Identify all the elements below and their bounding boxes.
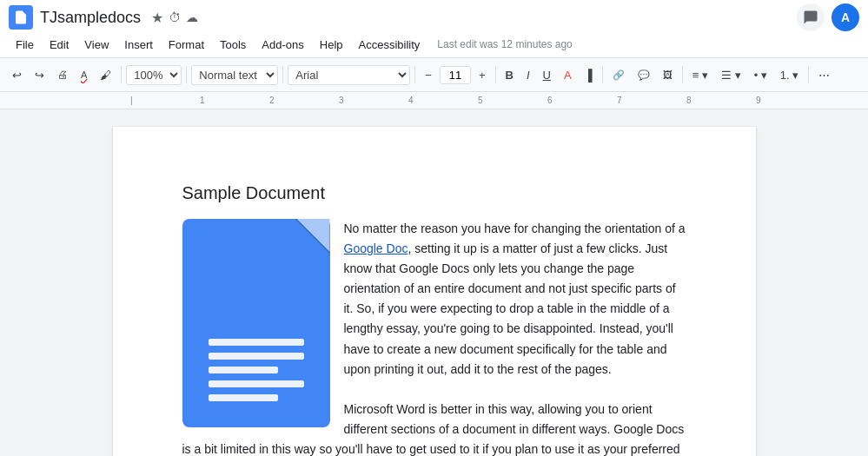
menu-edit[interactable]: Edit [43, 36, 76, 54]
separator-4 [414, 66, 415, 83]
zoom-select[interactable]: 100% 75% 125% 150% [126, 65, 182, 85]
ruler-mark-7: 7 [617, 96, 622, 105]
user-avatar[interactable]: A [832, 3, 859, 31]
separator-3 [282, 66, 283, 83]
last-edit-status: Last edit was 12 minutes ago [437, 38, 572, 50]
ruler-mark-2: 2 [269, 96, 275, 105]
undo-button[interactable]: ↩ [7, 65, 27, 85]
menu-help[interactable]: Help [313, 36, 350, 54]
line-spacing-button[interactable]: ☰ ▾ [716, 65, 746, 85]
document-title: TJsampledocs [40, 9, 141, 27]
numlist-button[interactable]: 1. ▾ [775, 65, 804, 85]
doc-icon-graphic [182, 219, 330, 427]
style-select[interactable]: Normal text Title Heading 1 Heading 2 He… [191, 65, 278, 85]
document-body: No matter the reason you have for changi… [182, 219, 686, 456]
comments-button[interactable] [797, 3, 825, 31]
text-color-button[interactable]: A [559, 65, 577, 85]
spellcheck-button[interactable]: A [76, 66, 92, 83]
para1-start: No matter the reason you have for changi… [344, 221, 686, 235]
menu-accessibility[interactable]: Accessibility [352, 36, 427, 54]
ruler-inner: | 1 2 3 4 5 6 7 8 9 [130, 92, 868, 109]
font-size-decrease[interactable]: − [420, 65, 437, 85]
menu-view[interactable]: View [77, 36, 116, 54]
font-select[interactable]: Arial Times New Roman Courier New Georgi… [288, 65, 410, 85]
para1-end: , setting it up is a matter of just a fe… [344, 241, 676, 376]
history-icon[interactable]: ⏱ [169, 10, 181, 24]
ruler-mark-0: | [130, 96, 133, 105]
title-right: A [797, 3, 859, 31]
more-button[interactable]: ⋯ [813, 65, 835, 85]
ruler-mark-5: 5 [478, 96, 483, 105]
title-icon-group: ★ ⏱ ☁ [151, 10, 198, 26]
doc-line-3 [209, 367, 278, 373]
title-bar: TJsampledocs ★ ⏱ ☁ A [0, 0, 868, 31]
menu-bar: File Edit View Insert Format Tools Add-o… [0, 31, 868, 57]
highlight-button[interactable]: ▐ [580, 65, 598, 85]
italic-button[interactable]: I [521, 65, 535, 85]
font-size-increase[interactable]: + [474, 65, 491, 85]
toolbar: ↩ ↪ 🖨 A 🖌 100% 75% 125% 150% Normal text… [0, 57, 868, 92]
doc-line-2 [209, 353, 304, 360]
ruler-mark-1: 1 [200, 96, 205, 105]
redo-button[interactable]: ↪ [30, 65, 50, 85]
menu-tools[interactable]: Tools [213, 36, 253, 54]
link-button[interactable]: 🔗 [607, 66, 630, 84]
document-heading[interactable]: Sample Document [182, 179, 686, 207]
bold-button[interactable]: B [500, 65, 519, 85]
star-icon[interactable]: ★ [151, 10, 163, 26]
list-button[interactable]: • ▾ [749, 65, 772, 85]
separator-2 [186, 66, 187, 83]
menu-format[interactable]: Format [162, 36, 211, 54]
separator-5 [495, 66, 496, 83]
ruler-mark-9: 9 [756, 96, 761, 105]
app-icon[interactable] [9, 5, 33, 30]
align-button[interactable]: ≡ ▾ [687, 65, 713, 85]
paintformat-button[interactable]: 🖌 [95, 65, 116, 85]
doc-line-5 [209, 394, 278, 401]
doc-line-1 [209, 339, 304, 346]
separator-8 [808, 66, 809, 83]
document-area: Sample Document No matter the reason you… [0, 109, 868, 456]
ruler-mark-6: 6 [547, 96, 553, 105]
ruler-mark-4: 4 [408, 96, 414, 105]
menu-file[interactable]: File [9, 36, 41, 54]
print-button[interactable]: 🖨 [52, 65, 73, 84]
document-page: Sample Document No matter the reason you… [113, 127, 756, 456]
cloud-icon[interactable]: ☁ [186, 10, 198, 24]
image-button[interactable]: 🖼 [658, 66, 678, 83]
comment-button[interactable]: 💬 [633, 66, 655, 84]
ruler: | 1 2 3 4 5 6 7 8 9 [0, 92, 868, 109]
google-doc-link[interactable]: Google Doc [344, 241, 408, 255]
ruler-mark-3: 3 [339, 96, 344, 105]
doc-icon-lines [209, 339, 304, 401]
separator-1 [121, 66, 122, 83]
google-doc-image [182, 219, 330, 427]
underline-button[interactable]: U [538, 65, 556, 85]
doc-line-4 [209, 380, 304, 387]
separator-7 [682, 66, 683, 83]
separator-6 [602, 66, 603, 83]
menu-insert[interactable]: Insert [117, 36, 160, 54]
font-size-input[interactable] [440, 66, 471, 84]
menu-addons[interactable]: Add-ons [255, 36, 310, 54]
ruler-mark-8: 8 [686, 96, 692, 105]
